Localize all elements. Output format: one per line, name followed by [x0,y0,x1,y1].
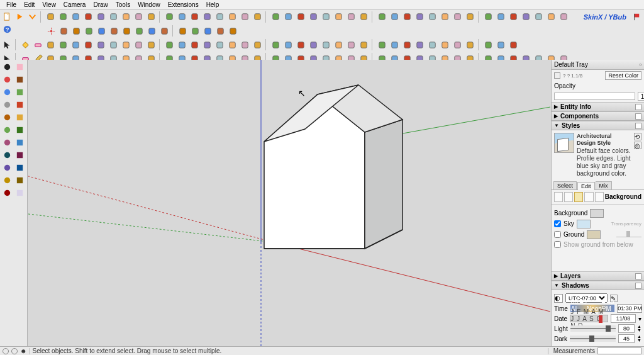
flag-red-icon[interactable] [631,11,643,23]
tool-icon[interactable] [295,11,307,23]
transparency-slider[interactable] [616,232,641,237]
tool-icon[interactable] [164,39,175,51]
skinx-label[interactable]: SkinX / YBub [580,12,630,22]
tool-icon[interactable] [464,39,476,51]
palette-tool-icon[interactable] [1,74,13,86]
palette-tool-icon[interactable] [1,137,13,149]
dark-input[interactable] [618,334,635,343]
tool-icon[interactable] [401,39,413,51]
tool-icon[interactable] [70,11,82,23]
palette-tool-icon[interactable] [14,124,26,136]
tool-icon[interactable] [333,39,345,51]
play-icon[interactable] [14,11,26,23]
tool-icon[interactable] [121,25,133,37]
date-picker-icon[interactable]: ▾ [638,315,641,322]
time-input[interactable] [617,304,642,313]
tool-icon[interactable] [58,25,70,37]
light-stepper-icon[interactable]: ▲▼ [637,325,641,332]
help-icon[interactable]: ? [1,23,13,35]
tool-icon[interactable] [120,11,132,23]
tool-icon[interactable] [164,11,175,23]
tool-icon[interactable] [426,11,438,23]
status-geo-icon[interactable] [3,348,9,354]
shadows-toggle-icon[interactable]: ◐ [554,294,563,303]
edge-settings-icon[interactable] [554,192,563,202]
tool-icon[interactable] [214,39,226,51]
tool-icon[interactable] [270,39,282,51]
tool-icon[interactable] [95,11,107,23]
tool-icon[interactable] [495,11,507,23]
tool-icon[interactable] [96,25,108,37]
tool-icon[interactable] [345,11,357,23]
tool-icon[interactable] [189,39,201,51]
select-arrow-icon[interactable] [1,39,13,51]
tool-icon[interactable] [214,11,226,23]
tool-icon[interactable] [201,11,213,23]
tool-icon[interactable] [108,11,119,23]
tool-icon[interactable] [345,39,357,51]
menu-edit[interactable]: Edit [20,1,38,8]
tool-icon[interactable] [358,39,370,51]
tool-icon[interactable] [426,39,438,51]
palette-tool-icon[interactable] [14,86,26,98]
viewport-3d[interactable]: ↖ [28,60,551,346]
palette-tool-icon[interactable] [14,149,26,161]
status-credits-icon[interactable] [11,348,18,354]
tool-icon[interactable] [120,39,132,51]
palette-tool-icon[interactable] [14,61,26,73]
opacity-slider-input[interactable] [554,93,635,100]
new-icon[interactable] [1,11,13,23]
palette-tool-icon[interactable] [1,61,13,73]
tool-icon[interactable] [145,39,157,51]
modeling-settings-icon[interactable] [595,192,604,202]
bg-sky-checkbox[interactable] [554,220,561,227]
tool-icon[interactable] [202,25,214,37]
tool-icon[interactable] [70,25,82,37]
bg-ground-swatch[interactable] [587,230,601,239]
palette-tool-icon[interactable] [1,111,13,123]
tool-icon[interactable] [95,39,107,51]
tool-icon[interactable] [282,11,294,23]
arrow-down-icon[interactable] [26,11,38,23]
tool-icon[interactable] [452,11,464,23]
tab-select[interactable]: Select [553,181,577,189]
light-slider[interactable] [570,325,616,332]
menu-tools[interactable]: Tools [112,1,134,8]
tool-icon[interactable] [83,25,95,37]
tool-icon[interactable] [452,39,464,51]
tool-icon[interactable] [545,11,557,23]
style-update-icon[interactable]: ⟲ [634,133,641,140]
tool-icon[interactable] [176,11,188,23]
background-settings-icon[interactable] [574,192,583,202]
tray-pin-icon[interactable]: ▫ [639,61,641,68]
tool-icon[interactable] [70,39,82,51]
measurements-input[interactable] [597,347,641,354]
palette-tool-icon[interactable] [14,74,26,86]
menu-file[interactable]: File [3,1,20,8]
tool-icon[interactable] [358,11,370,23]
tool-icon[interactable] [189,11,201,23]
model-canvas[interactable] [28,60,551,346]
reset-color-button[interactable]: Reset Color [605,71,641,80]
tool-icon[interactable] [108,39,119,51]
palette-tool-icon[interactable] [1,174,13,186]
tool-icon[interactable] [464,11,476,23]
tool-icon[interactable] [45,11,57,23]
tool-icon[interactable] [320,11,332,23]
palette-tool-icon[interactable] [1,149,13,161]
tool-icon[interactable] [376,39,388,51]
tool-icon[interactable] [414,39,426,51]
palette-tool-icon[interactable] [1,86,13,98]
menu-view[interactable]: View [38,1,60,8]
palette-tool-icon[interactable] [14,137,26,149]
dark-stepper-icon[interactable]: ▲▼ [637,335,641,342]
tool-icon[interactable] [177,25,189,37]
tool-icon[interactable] [533,11,545,23]
tool-icon[interactable] [508,11,519,23]
tool-icon[interactable] [508,39,519,51]
menu-help[interactable]: Help [203,1,223,8]
status-person-icon[interactable]: ☻ [20,347,27,354]
tool-icon[interactable] [482,39,494,51]
tool-icon[interactable] [495,39,507,51]
tool-icon[interactable] [176,39,188,51]
